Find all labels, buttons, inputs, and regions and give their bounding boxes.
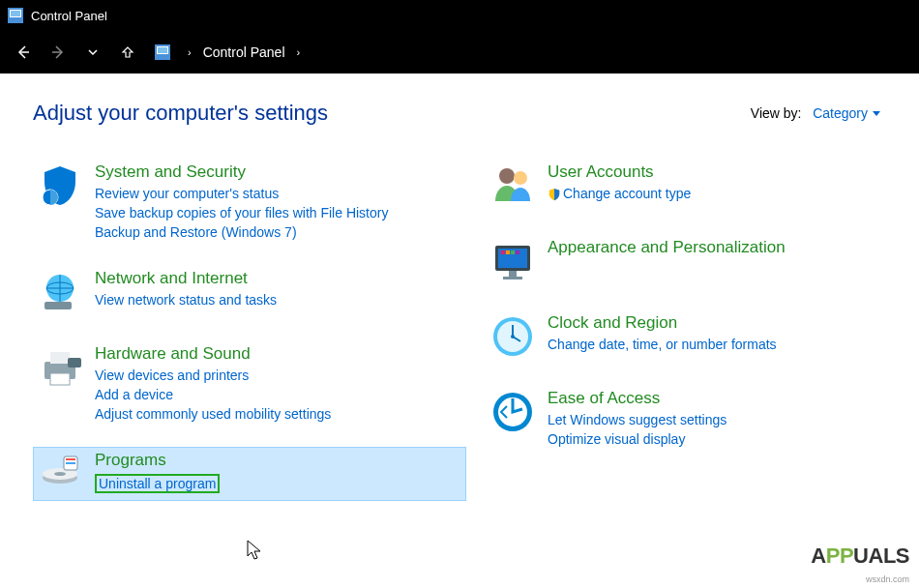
svg-point-21: [514, 171, 527, 185]
view-by-dropdown[interactable]: Category: [813, 105, 880, 121]
category-user-accounts: User Accounts Change account type: [486, 159, 919, 213]
category-title[interactable]: Hardware and Sound: [95, 344, 331, 364]
category-hardware-sound: Hardware and Sound View devices and prin…: [33, 340, 466, 426]
link-backup-restore[interactable]: Backup and Restore (Windows 7): [95, 224, 388, 240]
link-review-status[interactable]: Review your computer's status: [95, 186, 388, 201]
category-title[interactable]: Network and Internet: [95, 269, 277, 288]
category-title[interactable]: Ease of Access: [548, 389, 726, 408]
mouse-cursor: [247, 540, 264, 561]
back-button[interactable]: [10, 39, 37, 66]
chevron-down-icon: [873, 111, 880, 116]
svg-rect-5: [158, 47, 167, 53]
svg-rect-28: [509, 271, 517, 277]
link-change-account-type[interactable]: Change account type: [548, 186, 691, 201]
view-by-label: View by:: [751, 105, 802, 121]
network-icon: [37, 269, 83, 315]
svg-rect-13: [68, 358, 81, 368]
ease-of-access-icon: [489, 389, 536, 435]
link-uninstall-program[interactable]: Uninstall a program: [95, 474, 220, 493]
page-heading: Adjust your computer's settings: [33, 101, 328, 126]
svg-point-20: [499, 168, 515, 184]
category-system-security: System and Security Review your computer…: [33, 159, 466, 244]
svg-rect-18: [66, 458, 75, 460]
link-file-history[interactable]: Save backup copies of your files with Fi…: [95, 205, 388, 220]
breadcrumb-separator: ›: [293, 46, 305, 58]
breadcrumb-control-panel[interactable]: Control Panel: [203, 44, 285, 60]
category-clock-region: Clock and Region Change date, time, or n…: [486, 309, 919, 364]
link-mobility-settings[interactable]: Adjust commonly used mobility settings: [95, 406, 331, 422]
up-button[interactable]: [114, 39, 141, 66]
address-bar-icon: [155, 44, 170, 60]
view-by: View by: Category: [751, 105, 880, 121]
uac-shield-icon: [548, 188, 561, 201]
svg-rect-9: [44, 302, 72, 309]
svg-rect-25: [506, 250, 510, 254]
category-title[interactable]: Appearance and Personalization: [548, 238, 786, 257]
svg-rect-2: [11, 11, 20, 16]
svg-rect-27: [516, 250, 519, 254]
link-windows-suggest[interactable]: Let Windows suggest settings: [548, 412, 726, 427]
link-add-device[interactable]: Add a device: [95, 387, 331, 402]
link-network-status[interactable]: View network status and tasks: [95, 292, 277, 308]
control-panel-icon: [8, 8, 23, 23]
titlebar-title: Control Panel: [31, 9, 107, 23]
category-title[interactable]: System and Security: [95, 162, 388, 182]
svg-point-32: [511, 335, 515, 338]
category-title[interactable]: Programs: [95, 451, 220, 470]
forward-button[interactable]: [44, 39, 72, 66]
titlebar: Control Panel: [0, 0, 919, 31]
breadcrumb-separator: ›: [184, 46, 195, 58]
svg-rect-12: [50, 373, 70, 385]
svg-point-16: [54, 472, 66, 476]
users-icon: [489, 162, 536, 209]
appuals-logo: APPUALS: [811, 544, 909, 569]
svg-rect-29: [503, 277, 522, 279]
programs-icon: [37, 451, 83, 497]
link-change-date-time[interactable]: Change date, time, or number formats: [548, 337, 777, 352]
clock-icon: [489, 313, 536, 360]
category-programs: Programs Uninstall a program: [33, 447, 466, 501]
svg-rect-19: [66, 462, 75, 464]
category-ease-of-access: Ease of Access Let Windows suggest setti…: [486, 385, 919, 451]
svg-rect-24: [501, 250, 505, 254]
category-title[interactable]: Clock and Region: [548, 313, 777, 333]
category-title[interactable]: User Accounts: [548, 162, 691, 182]
svg-rect-11: [50, 352, 70, 364]
category-appearance: Appearance and Personalization: [486, 234, 919, 288]
link-devices-printers[interactable]: View devices and printers: [95, 368, 331, 383]
shield-icon: [37, 162, 83, 209]
printer-icon: [37, 344, 83, 391]
watermark: wsxdn.com: [866, 574, 909, 584]
monitor-icon: [489, 238, 536, 284]
recent-dropdown[interactable]: [79, 39, 106, 66]
navbar: › Control Panel ›: [0, 31, 919, 74]
svg-rect-26: [511, 250, 515, 254]
link-optimize-visual[interactable]: Optimize visual display: [548, 431, 726, 447]
category-network-internet: Network and Internet View network status…: [33, 265, 466, 319]
